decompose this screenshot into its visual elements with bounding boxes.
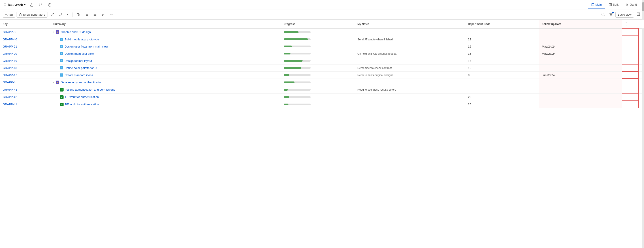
table-row: GRAPP-3▾⚡Graphic and UX design [0, 28, 644, 36]
columns-button[interactable] [636, 11, 641, 18]
cell-summary: ↗FE work for authentication [50, 93, 281, 101]
search-button[interactable] [600, 12, 607, 18]
notes-text: Send JT a note when finished. [357, 38, 394, 41]
cell-progress [281, 36, 355, 43]
expand-arrow[interactable]: ▾ [53, 81, 54, 84]
basic-view-button[interactable]: Basic view [615, 12, 634, 18]
issue-summary-link[interactable]: Testing authentication and permissions [65, 88, 115, 91]
cell-add [622, 57, 638, 64]
issue-key-link[interactable]: GRAPP-18 [3, 66, 17, 70]
checkbox-icon: ✓ [60, 45, 63, 48]
col-header-followup: Follow-up Date [539, 20, 622, 28]
issue-summary-link[interactable]: Design main user view [64, 52, 94, 55]
cell-key: GRAPP-3 [0, 28, 50, 36]
cell-progress [281, 101, 355, 108]
issue-key-link[interactable]: GRAPP-3 [3, 30, 16, 34]
app-title-text: iOS Work [8, 3, 23, 7]
issue-summary-link[interactable]: Data security and authentication [61, 81, 102, 84]
filter-down-button[interactable] [83, 12, 90, 17]
dept-text: 15 [468, 45, 471, 48]
table-row: GRAPP-4▾⚡Data security and authenticatio… [0, 79, 644, 86]
issue-key-link[interactable]: GRAPP-19 [3, 59, 17, 63]
issue-key-link[interactable]: GRAPP-20 [3, 52, 17, 55]
collapse-button[interactable] [57, 12, 64, 17]
cell-progress [281, 79, 355, 86]
subtask-icon: ↗ [60, 88, 64, 92]
app-title-chevron[interactable]: ▾ [24, 3, 26, 6]
issue-summary-link[interactable]: FE work for authentication [65, 95, 99, 99]
app-title: ☰ iOS Work ▾ [4, 3, 26, 7]
cell-key: GRAPP-43 [0, 86, 50, 93]
cell-notes [355, 28, 465, 36]
issue-key-link[interactable]: GRAPP-41 [3, 103, 17, 106]
issue-summary-link[interactable]: Create standard icons [64, 73, 93, 77]
progress-bar [284, 53, 310, 54]
col-header-key: Key [0, 20, 50, 28]
issue-key-link[interactable]: GRAPP-21 [3, 45, 17, 48]
progress-bar-fill [284, 89, 288, 91]
cell-followup: May/28/24 [539, 50, 622, 57]
cell-followup: May/24/24 [539, 43, 622, 50]
sort-button[interactable] [100, 12, 107, 17]
table-row: GRAPP-17✓Create standard iconsRefer to J… [0, 71, 644, 79]
cell-summary: ✓Create standard icons [50, 71, 281, 79]
more-button[interactable]: ··· [108, 12, 114, 18]
issue-summary-link[interactable]: Graphic and UX design [61, 30, 91, 34]
cell-summary: ✓Design user flows from main view [50, 43, 281, 50]
cell-dept: 26 [465, 101, 539, 108]
cell-dept: 26 [465, 93, 539, 101]
issue-key-link[interactable]: GRAPP-42 [3, 95, 17, 99]
col-header-scrollbar [638, 20, 644, 28]
cell-add [622, 101, 638, 108]
table-row: GRAPP-41↗BE work for authentication26 [0, 101, 644, 108]
cell-dept: 15 [465, 50, 539, 57]
tab-split[interactable]: Split [605, 1, 622, 8]
tab-main[interactable]: Main [588, 1, 605, 8]
show-generators-button[interactable]: Show generators [16, 12, 48, 18]
issue-summary-link[interactable]: BE work for authentication [65, 103, 99, 106]
cell-add [622, 50, 638, 57]
tab-gantt[interactable]: Gantt [622, 1, 640, 8]
expand-arrow[interactable]: ▾ [53, 31, 54, 33]
progress-bar-fill [284, 74, 289, 76]
scrollbar-track[interactable] [642, 20, 644, 248]
add-button[interactable]: + Add [3, 12, 15, 18]
more-label: ··· [110, 13, 113, 17]
progress-bar [284, 82, 310, 83]
issue-key-link[interactable]: GRAPP-4 [3, 81, 16, 84]
add-column-button[interactable]: + [625, 22, 627, 26]
help-button[interactable] [47, 2, 52, 7]
upload-button[interactable] [75, 12, 82, 17]
svg-line-28 [604, 15, 604, 16]
issue-key-link[interactable]: GRAPP-17 [3, 73, 17, 77]
progress-bar [284, 60, 310, 62]
notes-text: On hold until Carol sends feedba [357, 52, 396, 55]
cell-add [622, 64, 638, 71]
issue-summary-link[interactable]: Design user flows from main view [64, 45, 108, 48]
table-container: Key Summary Progress My Notes Department… [0, 20, 644, 248]
cell-summary: ↗Testing authentication and permissions [50, 86, 281, 93]
progress-bar [284, 104, 310, 105]
cell-followup [539, 36, 622, 43]
svg-point-27 [602, 13, 604, 15]
issue-summary-link[interactable]: Build mobile app prototype [64, 38, 99, 41]
table-row: GRAPP-20✓Design main user viewOn hold un… [0, 50, 644, 57]
cell-dept: 15 [465, 64, 539, 71]
issue-summary-link[interactable]: Design toolbar layout [64, 59, 92, 63]
progress-bar [284, 67, 310, 69]
align-button[interactable] [92, 12, 98, 17]
cell-notes: Remember to check contrast. [355, 64, 465, 71]
share-button[interactable] [29, 2, 34, 7]
cell-add [622, 93, 638, 101]
cell-progress [281, 57, 355, 64]
branch-button[interactable] [38, 2, 44, 7]
chevron-down-button[interactable]: ▾ [65, 12, 70, 17]
issue-key-link[interactable]: GRAPP-43 [3, 88, 17, 91]
filter-wrapper [608, 12, 614, 17]
issue-key-link[interactable]: GRAPP-40 [3, 38, 17, 41]
expand-button[interactable] [49, 12, 56, 17]
cell-add [622, 43, 638, 50]
issue-summary-link[interactable]: Define color palette for UI [64, 66, 97, 70]
cell-key: GRAPP-19 [0, 57, 50, 64]
svg-line-13 [61, 13, 62, 14]
